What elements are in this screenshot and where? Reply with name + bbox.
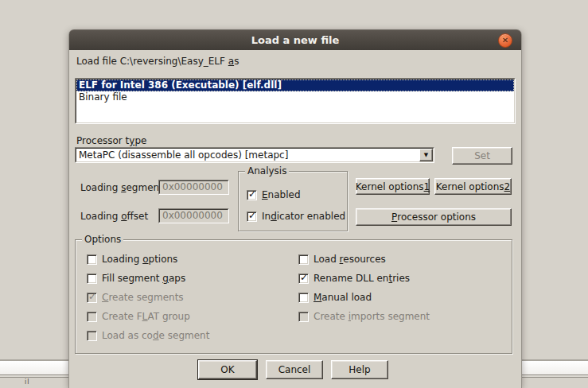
checkbox-label: Fill segment gaps [102,273,185,284]
check-icon: ✓ [88,291,96,302]
checkbox-label: Rename DLL entries [313,273,410,284]
processor-type-combobox[interactable]: MetaPC (disassemble all opcodes) [metapc… [75,147,434,163]
analysis-groupbox: Analysis ✓ Enabled ✓ Indicator enabled [238,171,348,231]
checkbox-box [87,331,97,341]
set-button: Set [452,147,512,165]
checkbox-loading-options[interactable]: Loading options [87,254,177,265]
checkbox-box[interactable] [298,293,309,303]
chevron-down-icon: ▼ [424,152,428,158]
checkbox-box[interactable]: ✓ [247,211,257,222]
loading-offset-field: 0x00000000 [158,208,229,223]
loading-segment-field: 0x00000000 [158,180,229,195]
background-text-fragment: il [25,378,29,386]
checkbox-create-flat-group: Create FLAT group [87,311,190,322]
processor-type-label: Processor type [76,135,146,146]
check-icon: ✓ [248,210,256,221]
loading-segment-label: Loading segment [80,182,163,193]
checkbox-box [87,312,97,322]
checkbox-rename-dll-entries[interactable]: ✓ Rename DLL entries [298,273,410,284]
file-format-listbox[interactable]: ELF for Intel 386 (Executable) [elf.dll]… [75,78,516,124]
dialog-titlebar[interactable]: Load a new file ✕ [69,29,521,50]
dialog-body: Load file C:\reversing\Easy_ELF as ELF f… [69,50,521,388]
kernel-options-1-button[interactable]: Kernel options 1 [356,178,430,195]
checkbox-create-segments: ✓ Create segments [87,292,184,303]
checkbox-box[interactable]: ✓ [298,274,309,284]
checkbox-fill-segment-gaps[interactable]: Fill segment gaps [87,273,185,284]
checkbox-box[interactable] [298,254,309,265]
ok-button[interactable]: OK [198,360,257,379]
checkbox-manual-load[interactable]: Manual load [298,292,372,303]
cancel-button[interactable]: Cancel [266,360,323,379]
close-button[interactable]: ✕ [498,33,512,48]
check-icon: ✓ [248,188,256,200]
help-button[interactable]: Help [331,360,388,379]
checkbox-create-imports-segment: Create imports segment [298,311,430,322]
format-item-elf[interactable]: ELF for Intel 386 (Executable) [elf.dll] [76,80,514,91]
combo-dropdown-button[interactable]: ▼ [419,149,433,161]
checkbox-analysis-enabled[interactable]: ✓ Enabled [247,189,301,200]
checkbox-box[interactable]: ✓ [247,190,257,200]
options-groupbox: Options Loading options Fill segment gap… [75,239,512,354]
check-icon: ✓ [300,272,308,283]
close-icon: ✕ [502,37,508,45]
checkbox-label: Manual load [313,292,372,303]
analysis-group-title: Analysis [245,165,289,177]
processor-options-button[interactable]: Processor options [356,208,512,226]
file-label: Load file C:\reversing\Easy_ELF as [76,56,239,67]
processor-type-value: MetaPC (disassemble all opcodes) [metapc… [76,149,419,161]
dialog-title: Load a new file [251,34,340,46]
checkbox-label: Loading options [102,254,177,265]
checkbox-label: Indicator enabled [262,211,345,222]
checkbox-label: Create segments [102,292,184,303]
checkbox-box[interactable] [87,254,97,265]
checkbox-indicator-enabled[interactable]: ✓ Indicator enabled [247,211,345,222]
checkbox-box: ✓ [87,293,97,303]
kernel-options-2-button[interactable]: Kernel options 2 [434,178,512,195]
options-group-title: Options [82,234,123,245]
checkbox-box [298,312,309,322]
checkbox-box[interactable] [87,274,97,284]
load-new-file-dialog: Load a new file ✕ Load file C:\reversing… [68,29,522,388]
loading-offset-label: Loading offset [80,211,148,222]
format-item-binary[interactable]: Binary file [76,91,514,103]
checkbox-load-resources[interactable]: Load resources [298,254,386,265]
checkbox-load-as-code-segment: Load as code segment [87,330,209,341]
checkbox-label: Create FLAT group [102,311,190,322]
checkbox-label: Create imports segment [313,311,430,322]
checkbox-label: Load as code segment [102,330,209,341]
checkbox-label: Load resources [313,254,386,265]
checkbox-label: Enabled [262,189,301,200]
